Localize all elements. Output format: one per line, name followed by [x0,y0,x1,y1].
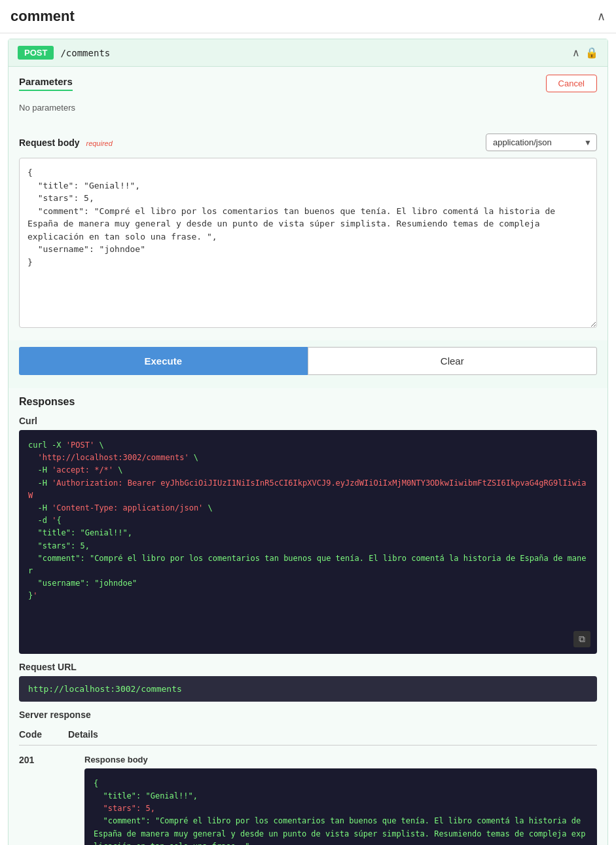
request-body-label-group: Request body required [19,137,113,148]
response-body-label: Response body [84,755,597,764]
collapse-icon[interactable]: ∧ [597,9,606,24]
response-body-code: { "title": "Genial!!", "stars": 5, "comm… [94,779,585,845]
params-header: Parameters Cancel [19,75,597,92]
endpoint-icons: ∧ 🔒 [572,46,598,59]
responses-label: Responses [19,396,597,408]
responses-section: Responses Curl curl -X 'POST' \ 'http://… [9,388,607,845]
response-table-header: Code Details [19,724,597,746]
curl-label: Curl [19,416,597,426]
endpoint-path: /comments [60,48,566,58]
request-body-textarea[interactable]: { "title": "Genial!!", "stars": 5, "comm… [19,158,597,328]
required-badge: required [86,139,112,147]
action-buttons: Execute Clear [19,347,597,375]
no-params-text: No parameters [19,98,597,118]
params-label: Parameters [19,76,73,91]
response-row: 201 Response body { "title": "Genial!!",… [19,749,597,845]
curl-copy-button[interactable]: ⧉ [573,631,590,647]
page-header: comment ∧ [0,0,616,33]
request-body-section: Request body required application/json ▼… [9,126,607,340]
server-response-section: Server response Code Details 201 Respons… [19,710,597,845]
clear-button[interactable]: Clear [308,347,598,375]
section-container: POST /comments ∧ 🔒 Parameters Cancel No … [8,39,608,845]
request-body-label: Request body [19,137,80,148]
page-title: comment [10,8,75,25]
curl-section: Curl curl -X 'POST' \ 'http://localhost:… [19,416,597,654]
curl-code-block: curl -X 'POST' \ 'http://localhost:3002/… [19,430,597,654]
content-type-select[interactable]: application/json [486,134,597,151]
request-body-header: Request body required application/json ▼ [19,134,597,151]
response-status-code: 201 [19,755,58,765]
parameters-section: Parameters Cancel No parameters [9,67,607,126]
response-body-block: { "title": "Genial!!", "stars": 5, "comm… [84,768,597,845]
details-column-header: Details [68,729,98,740]
request-url-block: http://localhost:3002/comments [19,676,597,702]
endpoint-header: POST /comments ∧ 🔒 [9,39,607,67]
cancel-button[interactable]: Cancel [546,75,597,92]
request-url-section: Request URL http://localhost:3002/commen… [19,662,597,702]
curl-code: curl -X 'POST' \ 'http://localhost:3002/… [28,440,587,600]
post-badge: POST [18,46,54,60]
code-column-header: Code [19,729,42,740]
execute-button[interactable]: Execute [19,347,308,375]
content-type-wrapper[interactable]: application/json ▼ [486,134,597,151]
request-url-label: Request URL [19,662,597,672]
endpoint-collapse-icon[interactable]: ∧ [572,46,580,59]
lock-icon[interactable]: 🔒 [585,46,598,59]
response-details: Response body { "title": "Genial!!", "st… [84,755,597,845]
server-response-label: Server response [19,710,597,720]
